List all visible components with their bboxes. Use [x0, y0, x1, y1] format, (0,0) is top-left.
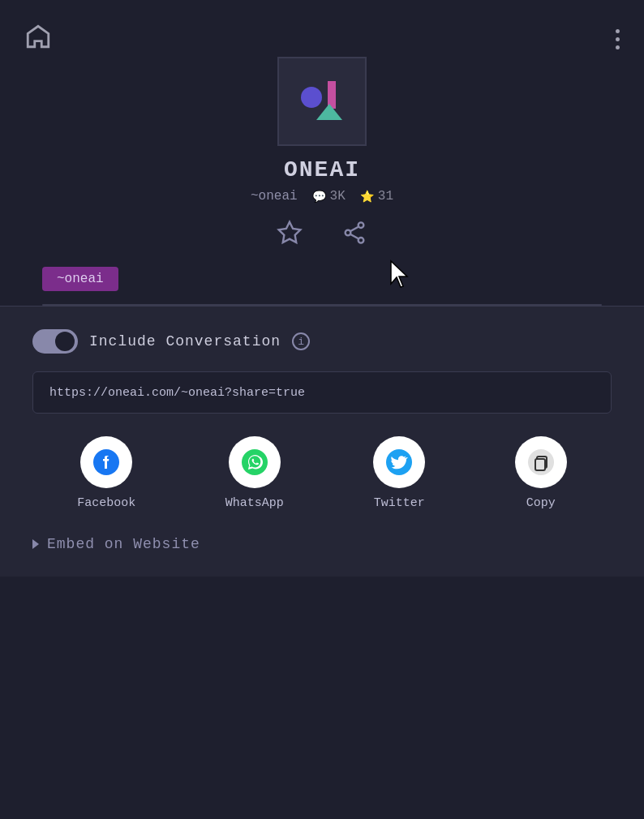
- top-bar: [0, 0, 644, 50]
- twitter-icon: [386, 449, 412, 475]
- twitter-circle: [373, 436, 425, 488]
- facebook-label: Facebook: [77, 496, 135, 510]
- stars-count: ⭐ 31: [360, 189, 393, 204]
- profile-section: ONEAI ~oneai 💬 3K ⭐ 31: [0, 57, 644, 246]
- svg-point-0: [301, 87, 322, 108]
- comment-icon: 💬: [312, 190, 326, 204]
- star-icon: [277, 220, 303, 246]
- profile-name: ONEAI: [284, 157, 360, 182]
- dot3: [616, 45, 620, 49]
- url-box: https://oneai.com/~oneai?share=true: [32, 371, 612, 414]
- toggle-label: Include Conversation: [89, 333, 281, 349]
- social-row: Facebook WhatsApp Twitter: [32, 436, 612, 510]
- svg-point-6: [358, 238, 364, 243]
- embed-arrow-icon: [32, 539, 39, 549]
- info-button[interactable]: i: [292, 332, 310, 350]
- star-count-icon: ⭐: [360, 190, 374, 204]
- dot1: [616, 29, 620, 33]
- embed-label: Embed on Website: [47, 536, 200, 552]
- share-panel: Include Conversation i https://oneai.com…: [0, 306, 644, 577]
- twitter-share-button[interactable]: Twitter: [373, 436, 425, 510]
- facebook-circle: [80, 436, 132, 488]
- toggle-knob: [55, 332, 75, 351]
- copy-share-button[interactable]: Copy: [515, 436, 567, 510]
- home-button[interactable]: [24, 23, 52, 50]
- dot2: [616, 37, 620, 41]
- embed-row[interactable]: Embed on Website: [32, 536, 612, 552]
- home-icon: [24, 23, 52, 50]
- whatsapp-share-button[interactable]: WhatsApp: [225, 436, 284, 510]
- logo-svg: [294, 73, 350, 130]
- svg-rect-15: [535, 459, 545, 470]
- copy-circle: [515, 436, 567, 488]
- star-button[interactable]: [277, 220, 303, 246]
- profile-username: ~oneai: [251, 189, 298, 204]
- whatsapp-label: WhatsApp: [225, 496, 284, 510]
- svg-marker-3: [279, 222, 301, 242]
- twitter-label: Twitter: [374, 496, 425, 510]
- whatsapp-circle: [229, 436, 281, 488]
- copy-icon: [528, 449, 554, 475]
- comments-count: 💬 3K: [312, 189, 346, 204]
- facebook-icon: [93, 449, 119, 475]
- svg-line-7: [350, 227, 358, 231]
- profile-meta: ~oneai 💬 3K ⭐ 31: [251, 189, 393, 204]
- svg-point-4: [358, 222, 364, 228]
- share-url: https://oneai.com/~oneai?share=true: [49, 386, 305, 400]
- profile-logo: [277, 57, 367, 146]
- include-conversation-toggle[interactable]: [32, 329, 78, 354]
- tag-row: ~oneai: [0, 267, 644, 291]
- action-buttons: [277, 220, 367, 246]
- svg-point-11: [242, 449, 268, 475]
- facebook-share-button[interactable]: Facebook: [77, 436, 135, 510]
- profile-tag: ~oneai: [42, 267, 118, 291]
- toggle-row: Include Conversation i: [32, 329, 612, 354]
- copy-label: Copy: [526, 496, 556, 510]
- more-options-button[interactable]: [616, 23, 620, 49]
- share-button[interactable]: [341, 220, 367, 246]
- svg-marker-2: [316, 104, 342, 120]
- svg-line-8: [350, 234, 358, 238]
- whatsapp-icon: [242, 449, 268, 475]
- share-icon: [341, 220, 367, 246]
- svg-point-5: [346, 230, 351, 236]
